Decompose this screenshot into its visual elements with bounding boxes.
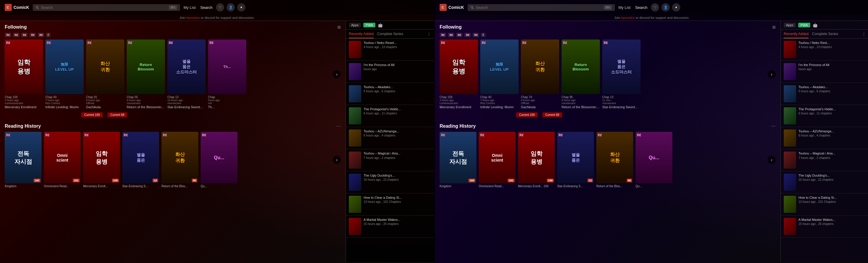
right-item-2-right[interactable]: I'm the Princess of All hours ago — [781, 61, 868, 83]
hist-card-3-right[interactable]: 임학용병 🇬🇧 159 Mercenary Enroll... 159 — [518, 132, 555, 188]
grid-icon-left[interactable]: ⊞ — [337, 25, 341, 29]
flag-gb-r1[interactable]: 🇬🇧 — [440, 33, 446, 37]
logo-left[interactable]: C ComicK — [5, 4, 29, 11]
hist-thumb-5-right: 화산귀환 — [596, 132, 633, 183]
comic-card-5-left[interactable]: 별을품은소드마스터 🇬🇧 Chap 13 10 hours ago Asuras… — [167, 39, 206, 109]
hist-card-4-right[interactable]: 별을품은 🇬🇧 13 Star-Embracing S... — [557, 132, 594, 188]
nav-mylist-left[interactable]: My List — [184, 5, 196, 10]
reading-history-more-right[interactable]: ⋯ — [771, 123, 776, 129]
flag-gb-r2[interactable]: 🇬🇧 — [448, 33, 454, 37]
hist-card-4-left[interactable]: 별을품은 🇬🇧 13 Star-Embracing S... — [122, 132, 159, 188]
heart-icon-left[interactable]: ♡ — [216, 3, 224, 11]
flag-gb-2[interactable]: 🇬🇧 — [13, 33, 20, 37]
nav-search-right[interactable]: Search — [635, 5, 647, 10]
comic-card-3-right[interactable]: 화산귀환 🇬🇧 Chap 74 9 hours ago Official Gac… — [521, 39, 559, 109]
nav-mylist-right[interactable]: My List — [618, 5, 630, 10]
right-item-9-left[interactable]: A Martial Master Wakes... 15 hours ago ,… — [346, 215, 434, 238]
current-badge-169-left[interactable]: Current 169 — [81, 112, 103, 117]
search-input-left[interactable] — [41, 5, 167, 10]
pwa-btn-right[interactable]: PWA — [798, 23, 810, 27]
right-item-1-right[interactable]: Touhou / Neko Rest... 4 hours ago , 13 c… — [781, 39, 868, 61]
hist-card-1-left[interactable]: 전독자시점 🇬🇧 165 Kingdom — [5, 132, 41, 188]
right-info-r9: A Martial Master Wakes... 15 hours ago ,… — [799, 218, 866, 235]
right-item-7-right[interactable]: The Ugly Duckling's... 10 hours ago , 22… — [781, 171, 868, 194]
hist-flag-1-right: 🇬🇧 — [441, 133, 445, 137]
tab-complete-series-right[interactable]: Complete Series — [812, 32, 838, 38]
comic-card-1-right[interactable]: 임학용병 🇬🇧 Chap 159 2 hours ago Luminoussca… — [440, 39, 478, 109]
tab-dots-left[interactable]: ⋮ — [427, 32, 431, 38]
flag-gb-4[interactable]: 🇬🇧 — [29, 33, 36, 37]
comic-card-4-left[interactable]: ReturnBlossom 🇬🇧 Chap 55 9 hours ago Asu… — [127, 39, 165, 109]
tab-recently-added-left[interactable]: Recently Added — [349, 32, 374, 38]
right-item-1-left[interactable]: Touhou / Neko Reset... 4 hours ago , 13 … — [346, 39, 434, 61]
logo-right[interactable]: C ComicK — [440, 4, 464, 11]
right-item-3-right[interactable]: Touhou – Akadako... 5 hours ago , 6 chap… — [781, 83, 868, 105]
hist-card-3-left[interactable]: 임학용병 🇬🇧 159 Mercenary Enroll... — [83, 132, 120, 188]
avatar-left[interactable]: 👤 — [226, 3, 235, 11]
comic-card-5-right[interactable]: 별을품은소드마스터 🇬🇧 Chap 13 11 cha... Asurascan… — [602, 39, 641, 109]
dropdown-left[interactable]: ▾ — [237, 3, 245, 11]
right-item-4-left[interactable]: The Protagonist's Hidde... 6 hours ago ,… — [346, 105, 434, 127]
flag-gb-r4[interactable]: 🇬🇧 — [464, 33, 471, 37]
comic-card-1-left[interactable]: 임학용병 🇬🇧 Chap 159 2 hours ago Luminoussca… — [5, 39, 43, 109]
flag-gb-5[interactable]: 🇬🇧 — [38, 33, 44, 37]
comic-card-2-right[interactable]: 無限LEVEL UP 🇬🇧 Chap 40 7 hours ago Rizz C… — [480, 39, 519, 109]
app-name-left: ComicK — [13, 5, 29, 10]
current-badge-68-right[interactable]: Current 68 — [542, 112, 562, 117]
right-item-6-right[interactable]: Touhou – Magical☆Aria... 7 hours ago , 2… — [781, 149, 868, 171]
right-thumb-8-left — [349, 196, 361, 213]
search-bar-right[interactable]: ⌘K — [468, 4, 615, 11]
right-item-6-left[interactable]: Touhou – Magical☆Aria... 7 hours ago , 2… — [346, 149, 434, 171]
hist-card-1-right[interactable]: 전독자시점 🇬🇧 165 Kingdom — [440, 132, 476, 188]
search-input-right[interactable] — [476, 5, 602, 10]
hist-num-2-right: 181 — [508, 179, 515, 182]
dropdown-right[interactable]: ▾ — [672, 3, 680, 11]
scroll-arrow-following-left[interactable]: › — [333, 70, 341, 79]
pwa-btn-left[interactable]: PWA — [363, 23, 375, 27]
nav-search-left[interactable]: Search — [200, 5, 212, 10]
right-item-3-left[interactable]: Touhou – Akadako... 5 hours ago , 6 chap… — [346, 83, 434, 105]
hist-card-2-right[interactable]: Omniscient 🇬🇧 181 Omniscient Read... — [479, 132, 516, 188]
right-item-8-left[interactable]: How to Clear a Dating Si... 13 hours ago… — [346, 194, 434, 215]
comic-card-4-right[interactable]: ReturnBlossom 🇬🇧 Chap 95 9 hours ago Asu… — [562, 39, 600, 109]
right-item-7-left[interactable]: The Ugly Duckling's... 10 hours ago , 22… — [346, 171, 434, 194]
tab-recently-added-right[interactable]: Recently Added — [784, 32, 808, 38]
hist-card-5-right[interactable]: 화산귀환 🇬🇧 95 Return of the Blos... — [596, 132, 633, 188]
apps-btn-left[interactable]: Apps — [349, 23, 361, 27]
hist-card-2-left[interactable]: Omniscient 🇬🇧 181 Omniscient Read... — [44, 132, 81, 188]
current-badge-68-left[interactable]: Current 68 — [107, 112, 127, 117]
r-comic-time-1: 2 hours ago — [440, 99, 478, 102]
flag-gb-1[interactable]: 🇬🇧 — [5, 33, 11, 37]
scroll-arrow-history-right[interactable]: › — [768, 156, 776, 164]
hist-card-5-left[interactable]: 화산귀환 🇬🇧 95 Return of the Blos... — [161, 132, 198, 188]
svg-point-6 — [471, 6, 473, 8]
reading-history-more-left[interactable]: ⋯ — [336, 123, 341, 129]
comic-card-6-left[interactable]: Th... 🇬🇧 Chap hours ago Ast Th... — [208, 39, 246, 109]
right-item-8-right[interactable]: How to Clear a Dating Si... 13 hours ago… — [781, 194, 868, 215]
right-item-9-right[interactable]: A Martial Master Wakes... 15 hours ago ,… — [781, 215, 868, 238]
flag-gb-3[interactable]: 🇬🇧 — [21, 33, 28, 37]
right-item-5-right[interactable]: Touhou – AZUNmanga... 6 hours ago , 4 ch… — [781, 127, 868, 149]
right-item-4-right[interactable]: The Protagonist's Hidde... 6 hours ago ,… — [781, 105, 868, 127]
comic-card-2-left[interactable]: 無限LEVEL UP 🇬🇧 Chap 40 7 hours ago Rizz C… — [45, 39, 84, 109]
tab-complete-series-left[interactable]: Complete Series — [377, 32, 403, 38]
scroll-arrow-following-right[interactable]: › — [768, 70, 776, 79]
join-link-left[interactable]: hycomics — [186, 16, 200, 20]
tab-dots-right[interactable]: ⋮ — [862, 32, 866, 38]
grid-icon-right[interactable]: ⊞ — [772, 25, 776, 29]
hist-flag-3-right: 🇬🇧 — [519, 133, 524, 137]
flag-gb-r5[interactable]: 🇬🇧 — [473, 33, 479, 37]
scroll-arrow-history-left[interactable]: › — [333, 156, 341, 164]
flag-gb-r3[interactable]: 🇬🇧 — [456, 33, 463, 37]
search-bar-left[interactable]: ⌘K — [33, 4, 180, 11]
current-badge-169-right[interactable]: Current 169 — [516, 112, 538, 117]
apps-btn-right[interactable]: Apps — [784, 23, 796, 27]
comic-card-3-left[interactable]: 화산귀환 🇬🇧 Chap 91 9 hours ago Official Gac… — [86, 39, 124, 109]
right-item-2-left[interactable]: I'm the Princess of All hours ago — [346, 61, 434, 83]
hist-card-6-right[interactable]: Qu... 🇬🇧 Qu... — [636, 132, 672, 188]
join-link-right[interactable]: hycomics — [621, 16, 634, 20]
avatar-right[interactable]: 👤 — [661, 3, 670, 11]
hist-card-6-left[interactable]: Qu... 🇬🇧 Qu... — [200, 132, 238, 188]
right-item-5-left[interactable]: Touhou – AZUNmanga... 6 hours ago , 4 ch… — [346, 127, 434, 149]
heart-icon-right[interactable]: ♡ — [651, 3, 659, 11]
